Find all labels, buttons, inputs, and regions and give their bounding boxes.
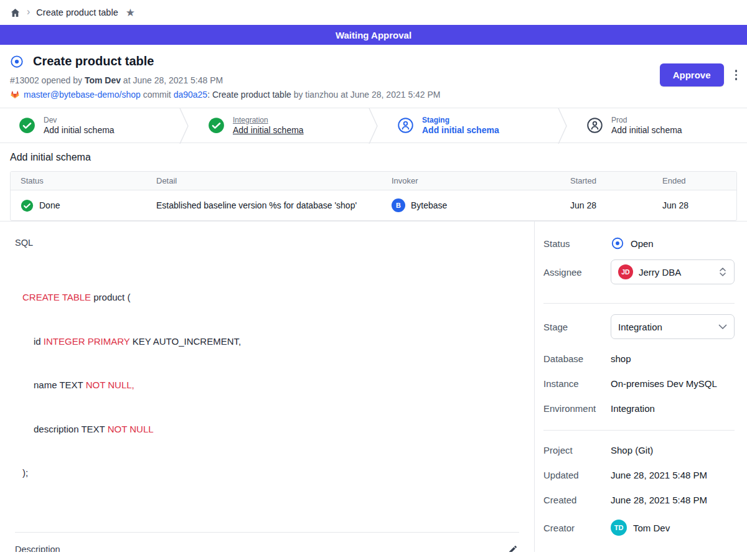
stage-separator [369,108,378,142]
updated-label: Updated [543,470,611,480]
creator-name: Tom Dev [633,523,670,533]
stage-env-label: Prod [611,116,682,124]
vcs-commit-suffix: by tianzhou at June 28, 2021 5:42 PM [291,90,441,100]
stage-separator [558,108,568,142]
col-ended: Ended [652,172,736,190]
instance-label: Instance [543,378,611,389]
created-value: June 28, 2021 5:48 PM [611,495,707,505]
stage-env-label: Staging [422,116,499,124]
environment-value: Integration [611,403,655,414]
instance-value: On-premises Dev MySQL [611,378,717,389]
vcs-commit-hash-link[interactable]: da90a25 [174,90,208,100]
status-badge: Open [611,236,654,250]
approve-button[interactable]: Approve [660,63,724,86]
assignee-label: Assignee [543,267,611,278]
chevron-right-icon: › [27,6,30,17]
stage-staging[interactable]: Staging Add initial schema [378,108,558,142]
check-circle-icon [21,199,34,212]
description-label: Description [15,544,60,553]
task-started: Jun 28 [570,200,596,210]
stage-task-label: Add initial schema [611,125,682,135]
vcs-branch-link[interactable]: master@bytebase-demo/shop [24,90,141,100]
col-status: Status [11,172,146,190]
avatar: JD [618,264,633,279]
col-invoker: Invoker [382,172,560,190]
sql-code-block: CREATE TABLE product ( id INTEGER PRIMAR… [22,261,519,510]
task-invoker: Bytebase [411,200,447,210]
sql-keyword: NOT NULL [108,424,154,434]
star-icon[interactable]: ★ [126,6,135,19]
stage-select[interactable]: Integration [611,314,735,339]
approval-banner-text: Waiting Approval [336,30,411,40]
task-table-header: Status Detail Invoker Started Ended [11,172,736,190]
col-started: Started [560,172,652,190]
issue-meta: #13002 opened by Tom Dev at June 28, 202… [10,75,737,85]
task-table: Status Detail Invoker Started Ended Done… [10,171,737,221]
stage-integration[interactable]: Integration Add initial schema [189,108,369,142]
task-status: Done [39,200,60,210]
issue-open-icon [10,55,24,68]
avatar: TD [611,520,627,536]
assignee-circle-icon [397,117,414,134]
unfold-icon [718,267,727,277]
stage-env-label: Integration [233,116,304,124]
check-circle-icon [208,117,225,134]
sql-keyword: NOT NULL, [86,380,134,390]
creator-value: TD Tom Dev [611,520,670,536]
database-value: shop [611,353,631,364]
approval-banner: Waiting Approval [0,25,747,45]
project-value[interactable]: Shop (Git) [611,445,653,455]
pipeline-bar: Dev Add initial schema Integration Add i… [0,108,747,143]
divider [543,303,735,304]
vcs-row: master@bytebase-demo/shop commit da90a25… [10,90,737,100]
task-detail: Established baseline version %s for data… [156,200,357,210]
stage-task-label: Add initial schema [44,125,115,135]
divider [15,532,519,533]
breadcrumb-title[interactable]: Create product table [36,7,118,17]
sql-text: KEY AUTO_INCREMENT, [133,336,242,347]
assignee-select[interactable]: JD Jerry DBA [611,259,735,284]
assignee-circle-icon [586,117,603,134]
sql-text: id [34,336,44,347]
sql-text: description TEXT [34,424,108,434]
sql-label: SQL [15,238,519,248]
stage-label: Stage [543,322,611,332]
divider [543,430,735,431]
stage-env-label: Dev [44,116,115,124]
created-label: Created [543,495,611,505]
avatar: B [392,198,405,212]
issue-main-panel: SQL CREATE TABLE product ( id INTEGER PR… [0,222,534,552]
sql-keyword: INTEGER PRIMARY [44,336,133,347]
updated-value: June 28, 2021 5:48 PM [611,470,707,480]
stage-task-label: Add initial schema [422,125,499,135]
sql-text: product ( [93,292,130,302]
task-section-title: Add initial schema [10,152,737,163]
home-icon[interactable] [10,7,21,18]
issue-meta-prefix: #13002 opened by [10,75,85,85]
stage-prod[interactable]: Prod Add initial schema [568,108,747,142]
project-label: Project [543,445,611,455]
stage-task-label: Add initial schema [233,125,304,135]
edit-description-icon[interactable] [507,543,519,553]
table-row[interactable]: Done Established baseline version %s for… [11,190,736,220]
stage-dev[interactable]: Dev Add initial schema [0,108,179,142]
issue-author: Tom Dev [85,75,121,85]
sql-keyword: CREATE TABLE [22,292,93,302]
issue-sidebar: Status Open Assignee JD Jerry DBA Stage [534,222,747,552]
more-actions-icon[interactable] [734,67,739,83]
creator-label: Creator [543,523,611,533]
task-ended: Jun 28 [662,200,688,210]
vcs-commit-label: commit [141,90,174,100]
environment-label: Environment [543,403,611,414]
col-detail: Detail [146,172,382,190]
page-title: Create product table [33,54,154,68]
database-label: Database [543,353,611,364]
status-value: Open [631,238,654,249]
vcs-commit-message: : Create product table [207,90,291,100]
assignee-value: Jerry DBA [639,267,713,278]
breadcrumb: › Create product table ★ [0,0,747,25]
status-label: Status [543,238,611,249]
chevron-down-icon [718,324,727,330]
stage-separator [179,108,189,142]
sql-text: name TEXT [34,380,86,390]
